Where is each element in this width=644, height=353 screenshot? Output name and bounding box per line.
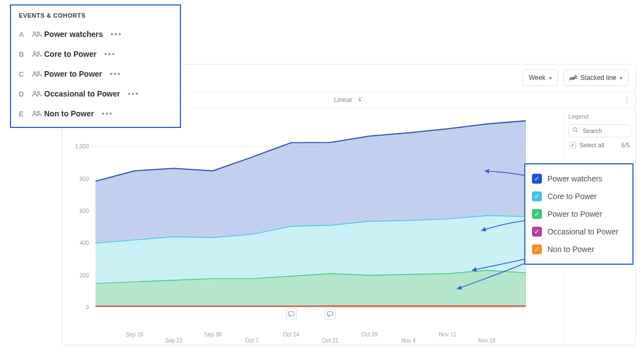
- legend-item[interactable]: ✓Non to Power: [532, 240, 626, 258]
- x-tick-label: Oct 14: [283, 331, 299, 338]
- legend-callout: ✓Power watchers✓Core to Power✓Power to P…: [524, 163, 634, 265]
- chart-type-dropdown[interactable]: Stacked line ▾: [563, 69, 629, 86]
- x-tick-label: Oct 7: [246, 338, 259, 344]
- svg-point-7: [38, 92, 40, 94]
- svg-rect-17: [289, 312, 294, 315]
- legend-swatch: ✓: [532, 227, 542, 237]
- more-icon[interactable]: •••: [111, 30, 123, 39]
- x-axis: Sep 16Sep 23Sep 30Oct 7Oct 14Oct 21Oct 2…: [95, 331, 526, 344]
- cohort-row[interactable]: DOccasional to Power•••: [19, 84, 172, 104]
- cohort-letter: E: [19, 110, 30, 118]
- stacked-area-chart: [95, 114, 526, 307]
- cohort-label: Occasional to Power: [44, 89, 120, 98]
- more-icon[interactable]: •••: [128, 89, 140, 98]
- events-cohorts-title: EVENTS & COHORTS: [19, 12, 172, 19]
- more-icon[interactable]: •••: [102, 109, 113, 118]
- svg-point-4: [34, 72, 36, 74]
- y-tick-label: 200: [79, 272, 89, 278]
- svg-point-1: [38, 32, 40, 34]
- legend-item-label: Non to Power: [547, 245, 594, 254]
- chart-plot-area: 02004006008001,000 Sep 16Sep 23Sep 30Oct…: [62, 109, 563, 345]
- legend-item-label: Occasional to Power: [547, 227, 618, 236]
- interval-dropdown[interactable]: Week ▾: [523, 69, 557, 86]
- y-tick-label: 600: [79, 208, 89, 214]
- legend-swatch: ✓: [532, 244, 542, 254]
- sort-icon[interactable]: [357, 96, 364, 104]
- cohort-label: Non to Power: [44, 109, 94, 118]
- select-all-label: Select all: [579, 142, 604, 148]
- y-tick-label: 400: [79, 240, 89, 246]
- svg-point-3: [38, 52, 40, 54]
- svg-point-8: [34, 111, 36, 114]
- svg-point-10: [361, 97, 363, 98]
- search-icon: [572, 127, 578, 135]
- x-tick-label: Oct 28: [361, 331, 377, 338]
- svg-rect-18: [327, 312, 333, 315]
- cohort-letter: D: [19, 90, 30, 98]
- events-cohorts-panel: EVENTS & COHORTS APower watchers•••BCore…: [10, 4, 181, 128]
- x-tick-label: Sep 16: [126, 331, 143, 338]
- people-icon: [30, 110, 44, 117]
- chart-menu-kebab-icon[interactable]: ⋮: [623, 95, 631, 104]
- legend-item-label: Core to Power: [547, 192, 597, 201]
- x-tick-label: Nov 4: [401, 338, 416, 344]
- stacked-line-icon: [570, 74, 577, 82]
- svg-line-20: [576, 131, 578, 132]
- chart-type-label: Stacked line: [581, 74, 616, 82]
- people-icon: [30, 90, 44, 98]
- chevron-down-icon: ▾: [620, 75, 622, 81]
- cohort-row[interactable]: CPower to Power•••: [19, 64, 172, 84]
- legend-item-label: Power watchers: [547, 174, 603, 183]
- people-icon: [30, 50, 44, 58]
- interval-label: Week: [529, 74, 545, 82]
- scale-label: Linear: [334, 96, 352, 104]
- legend-item-label: Power to Power: [547, 210, 602, 218]
- more-icon[interactable]: •••: [104, 50, 116, 58]
- annotation-marker[interactable]: [324, 308, 336, 319]
- legend-swatch: ✓: [532, 209, 542, 219]
- svg-point-5: [38, 72, 40, 74]
- legend-count: 5/5: [621, 142, 630, 148]
- cohort-row[interactable]: APower watchers•••: [19, 24, 172, 44]
- y-tick-label: 0: [86, 304, 89, 311]
- cohort-label: Core to Power: [44, 50, 97, 58]
- legend-item[interactable]: ✓Core to Power: [532, 188, 626, 205]
- select-all-checkbox[interactable]: ✓: [570, 142, 576, 148]
- legend-item[interactable]: ✓Power to Power: [532, 205, 626, 223]
- x-tick-label: Oct 21: [322, 338, 338, 344]
- cohort-label: Power to Power: [44, 69, 102, 78]
- legend-title: Legend: [568, 113, 631, 120]
- cohort-letter: B: [19, 50, 30, 58]
- people-icon: [30, 70, 44, 78]
- svg-point-9: [38, 111, 40, 114]
- cohort-row[interactable]: BCore to Power•••: [19, 44, 172, 64]
- legend-swatch: ✓: [532, 174, 542, 184]
- x-tick-label: Nov 11: [439, 331, 456, 338]
- legend-item[interactable]: ✓Power watchers: [532, 170, 626, 188]
- legend-search-input[interactable]: [582, 127, 626, 135]
- people-icon: [30, 30, 44, 38]
- x-tick-label: Nov 18: [478, 338, 496, 344]
- svg-point-19: [573, 127, 576, 131]
- y-tick-label: 1,000: [75, 143, 89, 149]
- chevron-down-icon: ▾: [549, 75, 552, 81]
- cohort-letter: A: [19, 30, 30, 39]
- svg-point-6: [34, 92, 36, 94]
- legend-swatch: ✓: [532, 191, 542, 201]
- cohort-row[interactable]: ENon to Power•••: [19, 104, 172, 124]
- x-tick-label: Sep 23: [165, 338, 183, 344]
- y-tick-label: 800: [79, 175, 89, 181]
- more-icon[interactable]: •••: [110, 69, 121, 78]
- y-axis: 02004006008001,000: [62, 114, 92, 307]
- x-tick-label: Sep 30: [204, 331, 222, 338]
- svg-point-2: [34, 52, 36, 54]
- legend-search[interactable]: [568, 124, 631, 137]
- svg-point-0: [34, 32, 36, 34]
- annotation-marker[interactable]: [286, 308, 297, 319]
- cohort-letter: C: [19, 70, 30, 78]
- legend-item[interactable]: ✓Occasional to Power: [532, 223, 626, 240]
- cohort-label: Power watchers: [44, 30, 103, 39]
